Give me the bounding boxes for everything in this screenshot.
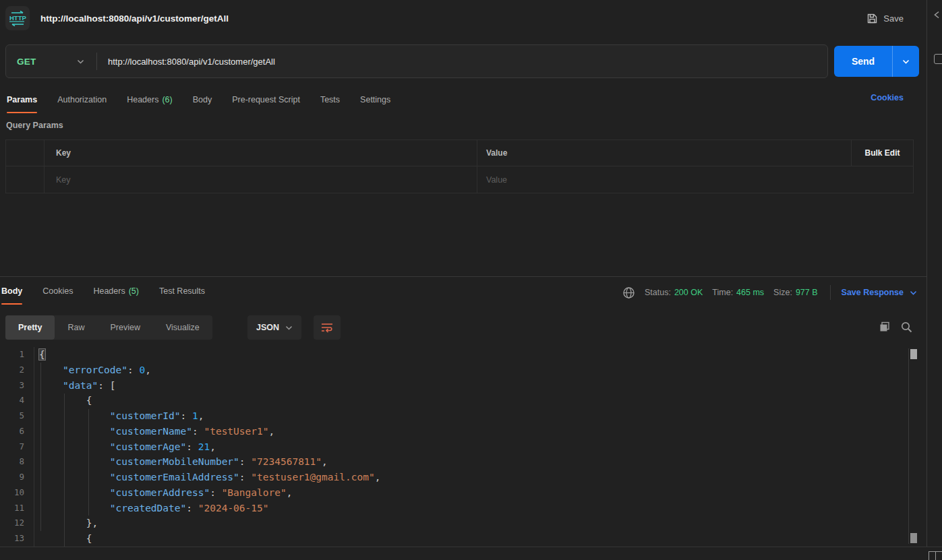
- response-tab-headers[interactable]: Headers(5): [93, 279, 139, 303]
- code-text: "errorCode": 0,: [24, 363, 151, 378]
- line-number: 4: [0, 393, 24, 408]
- line-number: 9: [0, 470, 24, 485]
- request-tabs: ParamsAuthorizationHeaders(6)BodyPre-req…: [7, 88, 390, 113]
- divider: [830, 285, 831, 300]
- response-tabs: BodyCookiesHeaders(5)Test Results: [1, 279, 205, 306]
- response-body-editor[interactable]: 1{2 "errorCode": 0,3 "data": [4 {5 "cust…: [0, 347, 926, 547]
- scrollbar-thumb[interactable]: [910, 349, 917, 359]
- request-tab-authorization[interactable]: Authorization: [57, 88, 107, 112]
- line-number: 10: [0, 485, 24, 501]
- response-tab-test-results[interactable]: Test Results: [159, 279, 205, 303]
- line-number: 8: [0, 454, 24, 470]
- code-text: "customerMobileNumber": "7234567811",: [24, 454, 328, 470]
- line-number: 6: [0, 424, 24, 439]
- send-options-button[interactable]: [892, 46, 919, 77]
- query-params-empty-row: Key Value: [5, 166, 914, 193]
- param-key-input[interactable]: Key: [45, 166, 477, 193]
- code-line: 4 {: [0, 393, 926, 408]
- search-response-button[interactable]: [898, 318, 914, 336]
- value-column-header: Value: [477, 140, 852, 166]
- tab-label: Pre-request Script: [232, 95, 300, 104]
- tab-label: Test Results: [159, 286, 205, 296]
- code-line: 12 },: [0, 516, 926, 531]
- select-all-cell: [6, 140, 45, 166]
- request-tab-headers[interactable]: Headers(6): [127, 88, 173, 112]
- send-button[interactable]: Send: [834, 46, 892, 77]
- param-value-input[interactable]: Value: [477, 166, 913, 193]
- view-tab-raw[interactable]: Raw: [55, 315, 97, 340]
- response-meta: Status: 200 OK Time: 465 ms Size: 977 B …: [622, 278, 917, 307]
- tab-label: Tests: [320, 95, 340, 104]
- request-tab-params[interactable]: Params: [7, 88, 37, 112]
- size-value: 977 B: [796, 288, 818, 297]
- view-tab-preview[interactable]: Preview: [97, 315, 152, 340]
- code-line: 9 "customerEmailAddress": "testuser1@gma…: [0, 470, 926, 485]
- time-label: Time:: [712, 288, 733, 297]
- request-tab-tests[interactable]: Tests: [320, 88, 340, 112]
- bulk-edit-button[interactable]: Bulk Edit: [852, 140, 913, 166]
- line-number: 3: [0, 378, 24, 394]
- tab-label: Body: [193, 95, 212, 104]
- method-select[interactable]: GET: [6, 45, 96, 77]
- code-line: 6 "customerName": "testUser1",: [0, 424, 926, 439]
- layout-grid-icon[interactable]: [929, 551, 942, 560]
- send-split-button: Send: [834, 46, 919, 77]
- tab-label: Settings: [360, 95, 390, 104]
- time-value: 465 ms: [736, 288, 764, 297]
- save-icon: [866, 13, 878, 24]
- code-text: {: [24, 393, 92, 408]
- json-code: 1{2 "errorCode": 0,3 "data": [4 {5 "cust…: [0, 347, 926, 547]
- panel-icon[interactable]: [934, 54, 942, 64]
- response-tab-body[interactable]: Body: [1, 279, 22, 303]
- line-number: 13: [0, 531, 24, 547]
- request-tab-settings[interactable]: Settings: [360, 88, 390, 112]
- svg-text:HTTP: HTTP: [9, 14, 26, 22]
- query-params-title: Query Params: [6, 121, 63, 130]
- gutter-border: [34, 347, 34, 547]
- code-line: 8 "customerMobileNumber": "7234567811",: [0, 454, 926, 470]
- code-line: 3 "data": [: [0, 378, 926, 394]
- save-response-button[interactable]: Save Response: [842, 288, 917, 297]
- code-text: {: [24, 531, 92, 547]
- tab-count-badge: (5): [129, 286, 139, 296]
- indent-guide: [64, 394, 65, 547]
- tab-count-badge: (6): [162, 95, 172, 104]
- view-tab-pretty[interactable]: Pretty: [5, 315, 55, 340]
- code-text: "createdDate": "2024-06-15": [24, 501, 269, 516]
- wrap-text-button[interactable]: [314, 315, 341, 340]
- view-tab-visualize[interactable]: Visualize: [153, 315, 212, 340]
- save-label: Save: [883, 13, 904, 24]
- status-footer: [0, 547, 942, 560]
- scrollbar-marker: [910, 533, 917, 543]
- size-label: Size:: [773, 288, 792, 297]
- indent-guide: [40, 363, 41, 531]
- request-tab-pre-request-script[interactable]: Pre-request Script: [232, 88, 300, 112]
- row-handle-cell: [6, 166, 45, 193]
- request-tab-body[interactable]: Body: [193, 88, 212, 112]
- save-button[interactable]: Save: [866, 13, 904, 24]
- response-view-switcher: PrettyRawPreviewVisualize: [5, 315, 212, 340]
- cookies-link[interactable]: Cookies: [871, 93, 904, 102]
- status-label: Status:: [645, 288, 671, 297]
- code-text: "customerEmailAddress": "testuser1@gmail…: [24, 470, 380, 485]
- request-title: http://localhost:8080/api/v1/customer/ge…: [40, 13, 866, 24]
- tab-label: Cookies: [42, 286, 73, 296]
- method-label: GET: [17, 57, 36, 67]
- copy-response-button[interactable]: [877, 318, 893, 336]
- query-params-header-row: Key Value Bulk Edit: [5, 139, 914, 166]
- code-text: "customerAge": 21,: [24, 439, 216, 455]
- indent-guide: [88, 409, 89, 516]
- globe-icon: [622, 286, 635, 299]
- scrollbar-track: [908, 348, 909, 544]
- save-response-label: Save Response: [842, 288, 904, 297]
- tab-label: Headers: [93, 286, 125, 296]
- code-line: 11 "createdDate": "2024-06-15": [0, 501, 926, 516]
- line-number: 1: [0, 347, 24, 363]
- code-text: "customerName": "testUser1",: [24, 424, 274, 439]
- code-icon[interactable]: [933, 11, 941, 19]
- tab-label: Params: [7, 95, 37, 104]
- response-tab-cookies[interactable]: Cookies: [42, 279, 73, 303]
- api-client-window: HTTP http://localhost:8080/api/v1/custom…: [0, 0, 942, 560]
- language-select[interactable]: JSON: [247, 315, 301, 340]
- url-input[interactable]: [97, 45, 827, 77]
